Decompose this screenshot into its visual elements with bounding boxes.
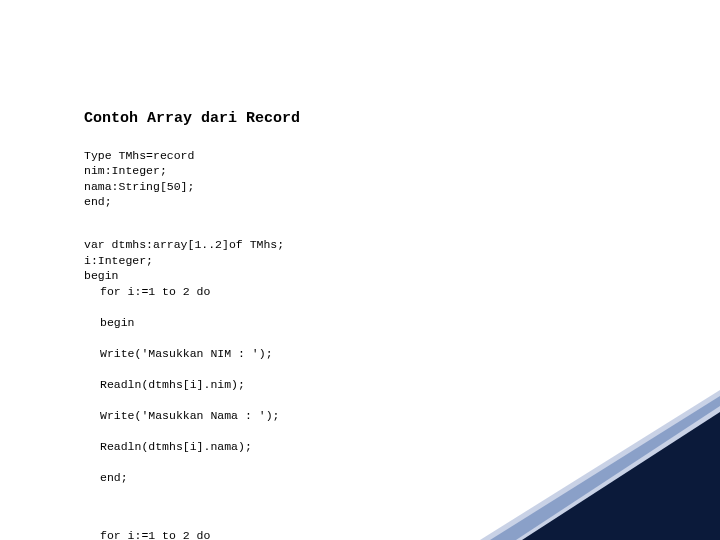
svg-marker-0 xyxy=(520,410,720,540)
code-line: Readln(dtmhs[i].nama); xyxy=(84,439,328,455)
code-line: Write('Masukkan Nama : '); xyxy=(84,408,328,424)
code-line: Write('Masukkan NIM : '); xyxy=(84,346,328,362)
code-line: begin xyxy=(84,315,328,331)
code-line: end; xyxy=(84,195,112,208)
code-line: end; xyxy=(84,470,328,486)
code-block: Type TMhs=record nim:Integer; nama:Strin… xyxy=(84,132,328,540)
code-line: for i:=1 to 2 do xyxy=(84,528,328,540)
code-line: Readln(dtmhs[i].nim); xyxy=(84,377,328,393)
code-line: for i:=1 to 2 do xyxy=(84,284,328,300)
code-line: nim:Integer; xyxy=(84,164,167,177)
slide-title: Contoh Array dari Record xyxy=(84,110,300,127)
code-line: begin xyxy=(84,269,119,282)
svg-marker-2 xyxy=(490,396,720,540)
code-line: i:Integer; xyxy=(84,254,153,267)
svg-marker-1 xyxy=(480,390,720,540)
code-line: nama:String[50]; xyxy=(84,180,194,193)
corner-decoration xyxy=(480,390,720,540)
slide: Contoh Array dari Record Type TMhs=recor… xyxy=(0,0,720,540)
code-line: var dtmhs:array[1..2]of TMhs; xyxy=(84,238,284,251)
code-line: Type TMhs=record xyxy=(84,149,194,162)
